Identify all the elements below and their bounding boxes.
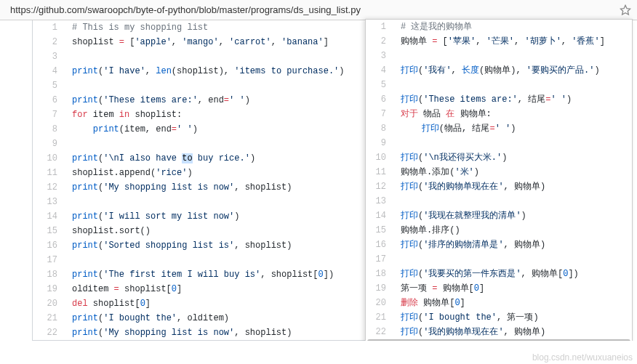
code-content[interactable]: print('My shopping list is now', shoplis… bbox=[65, 180, 395, 195]
code-content[interactable]: shoplist = ['apple', 'mango', 'carrot', … bbox=[65, 35, 395, 49]
code-content[interactable]: shoplist.append('rice') bbox=[65, 166, 395, 180]
code-content[interactable]: 打印('我有', 长度(购物单), '要购买的产品.') bbox=[393, 63, 632, 78]
code-line[interactable]: 18打印('我要买的第一件东西是', 购物单[0]) bbox=[366, 267, 632, 281]
code-line[interactable]: 15shoplist.sort() bbox=[33, 224, 395, 238]
code-content[interactable]: 删除 购物单[0] bbox=[393, 296, 632, 310]
code-line[interactable]: 4print('I have', len(shoplist), 'items t… bbox=[33, 64, 395, 78]
code-line[interactable]: 5 bbox=[33, 78, 395, 93]
line-number[interactable]: 1 bbox=[366, 20, 393, 34]
code-line[interactable]: 9 bbox=[366, 136, 632, 150]
line-number[interactable]: 18 bbox=[366, 267, 393, 281]
code-line[interactable]: 8 print(item, end=' ') bbox=[33, 122, 395, 137]
code-line[interactable]: 20删除 购物单[0] bbox=[366, 296, 632, 310]
code-line[interactable]: 11购物单.添加('米') bbox=[366, 165, 632, 179]
code-line[interactable]: 21print('I bought the', olditem) bbox=[33, 311, 395, 325]
code-line[interactable]: 10打印('\n我还得买大米.') bbox=[366, 150, 632, 165]
code-line[interactable]: 7对于 物品 在 购物单: bbox=[366, 107, 632, 121]
line-number[interactable]: 6 bbox=[33, 93, 65, 108]
line-number[interactable]: 8 bbox=[366, 121, 393, 136]
code-line[interactable]: 17 bbox=[33, 253, 395, 267]
code-content[interactable]: 第一项 = 购物单[0] bbox=[393, 281, 632, 296]
line-number[interactable]: 3 bbox=[366, 49, 393, 63]
line-number[interactable]: 19 bbox=[366, 281, 393, 296]
line-number[interactable]: 22 bbox=[366, 325, 393, 339]
code-line[interactable]: 16print('Sorted shopping list is', shopl… bbox=[33, 238, 395, 253]
code-line[interactable]: 1# 这是我的购物单 bbox=[366, 20, 632, 34]
line-number[interactable]: 4 bbox=[366, 63, 393, 78]
code-content[interactable]: 购物单.添加('米') bbox=[393, 165, 632, 179]
line-number[interactable]: 10 bbox=[366, 150, 393, 165]
code-line[interactable]: 12print('My shopping list is now', shopl… bbox=[33, 180, 395, 195]
code-content[interactable]: print('I will sort my list now') bbox=[65, 209, 395, 224]
code-content[interactable]: # This is my shopping list bbox=[65, 20, 395, 35]
line-number[interactable]: 9 bbox=[366, 136, 393, 150]
horizontal-scrollbar[interactable] bbox=[367, 339, 630, 341]
url-text[interactable]: https://github.com/swaroopch/byte-of-pyt… bbox=[6, 4, 620, 15]
code-line[interactable]: 7for item in shoplist: bbox=[33, 108, 395, 122]
line-number[interactable]: 19 bbox=[33, 282, 65, 296]
line-number[interactable]: 3 bbox=[33, 49, 65, 64]
line-number[interactable]: 1 bbox=[33, 20, 65, 35]
line-number[interactable]: 7 bbox=[33, 108, 65, 122]
code-content[interactable]: print('Sorted shopping list is', shoplis… bbox=[65, 238, 395, 253]
left-code-pane[interactable]: 1# This is my shopping list2shoplist = [… bbox=[32, 20, 396, 341]
code-line[interactable]: 14打印('我现在就整理我的清单') bbox=[366, 209, 632, 223]
line-number[interactable]: 2 bbox=[33, 35, 65, 49]
line-number[interactable]: 11 bbox=[366, 165, 393, 179]
code-line[interactable]: 11shoplist.append('rice') bbox=[33, 166, 395, 180]
code-content[interactable] bbox=[393, 252, 632, 267]
code-line[interactable]: 18print('The first item I will buy is', … bbox=[33, 267, 395, 282]
code-content[interactable]: 购物单 = ['苹果', '芒果', '胡萝卜', '香蕉'] bbox=[393, 34, 632, 49]
code-content[interactable]: 打印('\n我还得买大米.') bbox=[393, 150, 632, 165]
code-line[interactable]: 6打印('These items are:', 结尾=' ') bbox=[366, 92, 632, 107]
code-content[interactable] bbox=[393, 194, 632, 209]
code-content[interactable] bbox=[65, 49, 395, 64]
code-line[interactable]: 5 bbox=[366, 78, 632, 92]
code-content[interactable]: for item in shoplist: bbox=[65, 108, 395, 122]
code-content[interactable]: del shoplist[0] bbox=[65, 296, 395, 311]
line-number[interactable]: 15 bbox=[366, 223, 393, 238]
code-line[interactable]: 16打印('排序的购物清单是', 购物单) bbox=[366, 238, 632, 252]
code-content[interactable]: 打印('我要买的第一件东西是', 购物单[0]) bbox=[393, 267, 632, 281]
line-number[interactable]: 21 bbox=[33, 311, 65, 325]
code-line[interactable]: 9 bbox=[33, 137, 395, 151]
code-line[interactable]: 10print('\nI also have to buy rice.') bbox=[33, 151, 395, 166]
code-line[interactable]: 22print('My shopping list is now', shopl… bbox=[33, 325, 395, 340]
line-number[interactable]: 5 bbox=[366, 78, 393, 92]
right-translation-pane[interactable]: 1# 这是我的购物单2购物单 = ['苹果', '芒果', '胡萝卜', '香蕉… bbox=[365, 19, 633, 341]
line-number[interactable]: 7 bbox=[366, 107, 393, 121]
code-content[interactable]: print('\nI also have to buy rice.') bbox=[65, 151, 395, 166]
code-line[interactable]: 15购物单.排序() bbox=[366, 223, 632, 238]
code-content[interactable]: olditem = shoplist[0] bbox=[65, 282, 395, 296]
line-number[interactable]: 6 bbox=[366, 92, 393, 107]
line-number[interactable]: 17 bbox=[366, 252, 393, 267]
code-line[interactable]: 22打印('我的购物单现在在', 购物单) bbox=[366, 325, 632, 339]
code-line[interactable]: 13 bbox=[366, 194, 632, 209]
code-line[interactable]: 17 bbox=[366, 252, 632, 267]
url-bar[interactable]: https://github.com/swaroopch/byte-of-pyt… bbox=[0, 0, 637, 20]
code-content[interactable]: print(item, end=' ') bbox=[65, 122, 395, 137]
code-content[interactable] bbox=[393, 136, 632, 150]
code-line[interactable]: 8 打印(物品, 结尾=' ') bbox=[366, 121, 632, 136]
line-number[interactable]: 12 bbox=[33, 180, 65, 195]
code-line[interactable]: 2购物单 = ['苹果', '芒果', '胡萝卜', '香蕉'] bbox=[366, 34, 632, 49]
line-number[interactable]: 16 bbox=[366, 238, 393, 252]
code-line[interactable]: 3 bbox=[366, 49, 632, 63]
code-content[interactable]: print('I bought the', olditem) bbox=[65, 311, 395, 325]
code-line[interactable]: 19第一项 = 购物单[0] bbox=[366, 281, 632, 296]
line-number[interactable]: 20 bbox=[33, 296, 65, 311]
code-line[interactable]: 1# This is my shopping list bbox=[33, 20, 395, 35]
line-number[interactable]: 12 bbox=[366, 179, 393, 194]
line-number[interactable]: 21 bbox=[366, 310, 393, 325]
line-number[interactable]: 15 bbox=[33, 224, 65, 238]
line-number[interactable]: 13 bbox=[366, 194, 393, 209]
code-line[interactable]: 6print('These items are:', end=' ') bbox=[33, 93, 395, 108]
code-content[interactable]: 购物单.排序() bbox=[393, 223, 632, 238]
star-icon[interactable] bbox=[620, 4, 631, 16]
line-number[interactable]: 18 bbox=[33, 267, 65, 282]
code-content[interactable]: print('I have', len(shoplist), 'items to… bbox=[65, 64, 395, 78]
code-content[interactable]: # 这是我的购物单 bbox=[393, 20, 632, 34]
code-content[interactable]: 打印('我的购物单现在在', 购物单) bbox=[393, 179, 632, 194]
code-content[interactable] bbox=[65, 137, 395, 151]
code-content[interactable] bbox=[393, 49, 632, 63]
